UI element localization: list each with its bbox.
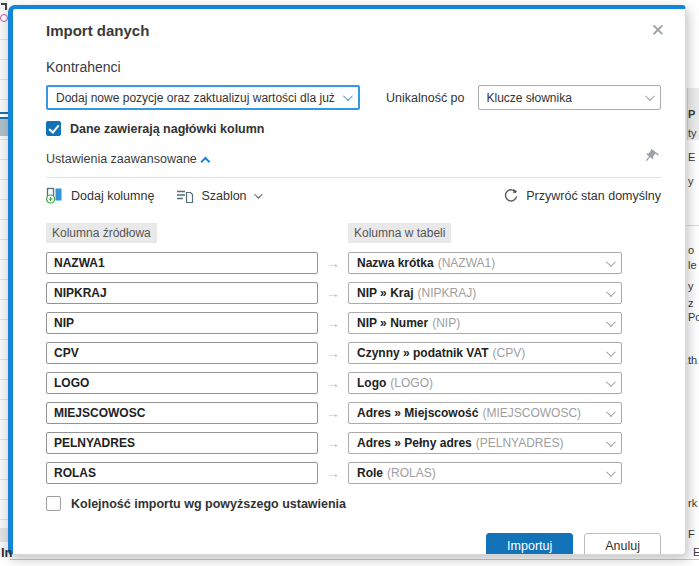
background-pink-icon [0, 14, 8, 22]
chevron-down-icon [606, 407, 616, 417]
background-text-fragment: le [688, 259, 697, 271]
source-column-input[interactable] [46, 402, 318, 424]
mapping-rows: → Nazwa krótka(NAZWA1) → NIP » Kraj(NIPK… [46, 252, 661, 484]
background-text-fragment: y [688, 175, 694, 187]
import-button[interactable]: Importuj [486, 533, 573, 555]
import-order-checkbox[interactable] [46, 496, 61, 511]
background-text-fragment: rk [688, 497, 697, 509]
source-column-input[interactable] [46, 462, 318, 484]
target-column-select[interactable]: NIP » Kraj(NIPKRAJ) [348, 282, 622, 304]
chevron-down-icon [606, 287, 616, 297]
arrow-right-icon: → [318, 405, 348, 421]
cancel-button[interactable]: Anuluj [584, 533, 661, 555]
arrow-right-icon: → [318, 345, 348, 361]
target-column-select[interactable]: Adres » Miejscowość(MIEJSCOWOSC) [348, 402, 622, 424]
source-column-input[interactable] [46, 252, 318, 274]
pin-icon[interactable] [643, 149, 659, 169]
background-selected-row [0, 112, 8, 136]
mapping-row: → Adres » Pełny adres(PELNYADRES) [46, 432, 661, 454]
background-text-fragment: E [688, 151, 695, 163]
source-column-input[interactable] [46, 282, 318, 304]
target-column-select[interactable]: Logo(LOGO) [348, 372, 622, 394]
mapping-row: → Role(ROLAS) [46, 462, 661, 484]
background-page-bottom [0, 556, 699, 566]
arrow-right-icon: → [318, 465, 348, 481]
background-page-right: P ty E y o le y z Po th rk F [687, 0, 699, 566]
headers-checkbox[interactable] [46, 121, 61, 136]
background-text-fragment: P [688, 108, 695, 120]
arrow-right-icon: → [318, 285, 348, 301]
background-text-fragment: th [688, 354, 697, 366]
restore-default-label: Przywróć stan domyślny [526, 189, 661, 203]
background-page-left [0, 0, 8, 566]
mapping-row: → Czynny » podatnik VAT(CPV) [46, 342, 661, 364]
import-dialog: Import danych ✕ Kontrahenci Dodaj nowe p… [8, 5, 686, 555]
mapping-row: → Logo(LOGO) [46, 372, 661, 394]
target-column-select[interactable]: Adres » Pełny adres(PELNYADRES) [348, 432, 622, 454]
mapping-row: → Nazwa krótka(NAZWA1) [46, 252, 661, 274]
background-text-fragment: Po [688, 311, 699, 323]
target-column-header: Kolumna w tabeli [348, 223, 451, 243]
background-text-fragment: o [688, 244, 694, 256]
arrow-right-icon: → [318, 435, 348, 451]
add-column-button[interactable]: Dodaj kolumnę [46, 187, 154, 204]
target-column-select[interactable]: Nazwa krótka(NAZWA1) [348, 252, 622, 274]
chevron-down-icon [606, 347, 616, 357]
advanced-settings-label: Ustawienia zaawansowane [46, 152, 197, 166]
restore-default-button[interactable]: Przywróć stan domyślny [503, 188, 661, 204]
advanced-settings-toggle[interactable]: Ustawienia zaawansowane [46, 152, 211, 166]
template-icon [176, 188, 194, 204]
chevron-down-icon [606, 377, 616, 387]
arrow-right-icon: → [318, 375, 348, 391]
target-column-select[interactable]: NIP » Numer(NIP) [348, 312, 622, 334]
source-column-header: Kolumna źródłowa [46, 223, 157, 243]
chevron-down-icon [343, 91, 353, 101]
chevron-down-icon [606, 257, 616, 267]
chevron-down-icon [606, 317, 616, 327]
background-text-fragment: ty [688, 127, 697, 139]
mapping-row: → NIP » Numer(NIP) [46, 312, 661, 334]
chevron-down-icon [606, 467, 616, 477]
uniqueness-label: Unikalność po [386, 91, 465, 105]
import-mode-select[interactable]: Dodaj nowe pozycje oraz zaktualizuj wart… [46, 85, 360, 110]
uniqueness-value: Klucze słownika [487, 91, 572, 105]
chevron-down-icon [645, 91, 655, 101]
chevron-down-icon [254, 190, 262, 198]
uniqueness-select[interactable]: Klucze słownika [478, 85, 661, 110]
target-column-select[interactable]: Czynny » podatnik VAT(CPV) [348, 342, 622, 364]
source-column-input[interactable] [46, 342, 318, 364]
source-column-input[interactable] [46, 312, 318, 334]
headers-checkbox-label: Dane zawierają nagłówki kolumn [70, 122, 265, 136]
chevron-down-icon [606, 437, 616, 447]
mapping-row: → NIP » Kraj(NIPKRAJ) [46, 282, 661, 304]
import-mode-value: Dodaj nowe pozycje oraz zaktualizuj wart… [56, 91, 335, 105]
arrow-right-icon: → [318, 315, 348, 331]
divider [46, 177, 661, 178]
background-text-fragment: F [688, 528, 695, 540]
background-text-fragment: z [688, 297, 694, 309]
section-title: Kontrahenci [46, 59, 661, 75]
template-label: Szablon [201, 189, 246, 203]
source-column-input[interactable] [46, 372, 318, 394]
source-column-input[interactable] [46, 432, 318, 454]
template-button[interactable]: Szablon [176, 188, 259, 204]
dialog-title: Import danych [46, 22, 149, 39]
background-footer-block [0, 528, 8, 542]
background-text-fragment: In [1, 545, 13, 560]
import-order-label: Kolejność importu wg powyższego ustawien… [71, 497, 346, 511]
chevron-up-icon [200, 156, 210, 166]
arrow-right-icon: → [318, 255, 348, 271]
add-column-icon [46, 187, 64, 204]
add-column-label: Dodaj kolumnę [71, 189, 154, 203]
target-column-select[interactable]: Role(ROLAS) [348, 462, 622, 484]
background-text-fragment: E [693, 546, 699, 558]
refresh-icon [503, 188, 519, 204]
close-icon[interactable]: ✕ [651, 22, 665, 39]
background-text-fragment: y [688, 280, 694, 292]
background-bookmark-icon [1, 3, 7, 10]
mapping-row: → Adres » Miejscowość(MIEJSCOWOSC) [46, 402, 661, 424]
